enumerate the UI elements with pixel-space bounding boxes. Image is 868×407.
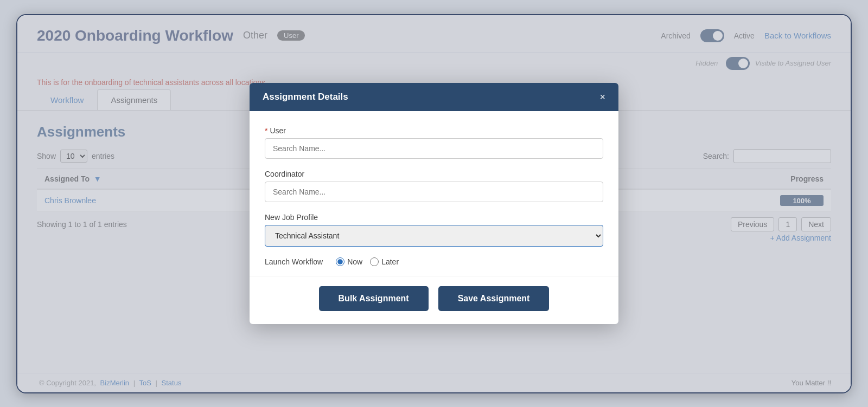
user-field-label: *User <box>265 126 603 135</box>
launch-now-label: Now <box>347 257 362 266</box>
launch-radio-group: Now Later <box>336 257 399 266</box>
modal-title: Assignment Details <box>263 92 348 102</box>
user-required-star: * <box>265 126 267 135</box>
page-container: 2020 Onboarding Workflow Other User Arch… <box>16 14 852 393</box>
launch-later-label: Later <box>381 257 399 266</box>
job-profile-field-group: New Job Profile Technical Assistant Mana… <box>265 213 603 247</box>
launch-now-radio[interactable] <box>336 257 344 266</box>
modal-overlay: Assignment Details × *User Coordinator <box>17 15 851 392</box>
job-profile-select[interactable]: Technical Assistant Manager Analyst HR S… <box>265 225 603 247</box>
job-profile-label: New Job Profile <box>265 213 603 222</box>
save-assignment-button[interactable]: Save Assignment <box>438 286 550 311</box>
user-field-group: *User <box>265 126 603 159</box>
launch-later-option[interactable]: Later <box>370 257 399 266</box>
modal-footer: Bulk Assignment Save Assignment <box>250 276 618 324</box>
coordinator-search-input[interactable] <box>265 182 603 202</box>
launch-workflow-label: Launch Workflow <box>265 257 323 266</box>
launch-now-option[interactable]: Now <box>336 257 362 266</box>
modal-close-button[interactable]: × <box>599 92 605 102</box>
launch-workflow-row: Launch Workflow Now Later <box>265 257 603 266</box>
modal-header: Assignment Details × <box>250 83 618 111</box>
assignment-modal: Assignment Details × *User Coordinator <box>250 83 618 324</box>
bulk-assignment-button[interactable]: Bulk Assignment <box>319 286 429 311</box>
coordinator-field-group: Coordinator <box>265 170 603 202</box>
modal-body: *User Coordinator New Job Profile Techni… <box>250 111 618 276</box>
user-search-input[interactable] <box>265 138 603 159</box>
launch-later-radio[interactable] <box>370 257 379 266</box>
coordinator-field-label: Coordinator <box>265 170 603 178</box>
